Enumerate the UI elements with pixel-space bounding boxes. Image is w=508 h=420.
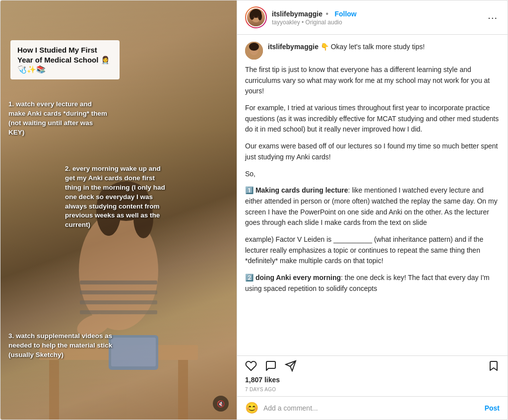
svg-point-17: [250, 11, 254, 20]
follow-button[interactable]: Follow: [334, 10, 356, 18]
comment-area: 😊 Post: [237, 396, 508, 420]
post-sidebar: itslifebymaggie • Follow tayyoakley • Or…: [237, 0, 508, 420]
heart-icon: [245, 360, 257, 372]
post-header: itslifebymaggie • Follow tayyoakley • Or…: [237, 0, 508, 35]
caption-intro-text: 👇 Okay let's talk more study tips!: [320, 43, 425, 51]
emoji-button[interactable]: 😊: [245, 402, 258, 415]
save-button[interactable]: [488, 360, 500, 372]
bookmark-icon: [488, 360, 500, 372]
svg-rect-2: [178, 360, 188, 420]
caption-avatar: [245, 42, 263, 60]
header-info: itslifebymaggie • Follow tayyoakley • Or…: [272, 9, 481, 26]
avatar-ring: [245, 6, 267, 28]
svg-point-23: [249, 43, 259, 51]
caption-paragraph: Our exams were based off of our lectures…: [245, 141, 500, 162]
post-comment-button[interactable]: Post: [485, 404, 500, 412]
caption-paragraph: The first tip is just to know that every…: [245, 65, 500, 97]
post-content: How I Studied My First Year of Medical S…: [0, 0, 508, 420]
svg-rect-5: [80, 290, 157, 294]
caption-paragraph: 2️⃣ doing Anki every morning: the one de…: [245, 273, 500, 294]
overlay-text-3: 3. watch supplemental videos as needed t…: [8, 332, 113, 360]
header-username[interactable]: itslifebymaggie: [272, 10, 322, 18]
instagram-post: How I Studied My First Year of Medical S…: [0, 0, 508, 420]
caption-paragraph: example) Factor V Leiden is __________ (…: [245, 234, 500, 267]
svg-rect-1: [49, 360, 59, 420]
post-caption: itslifebymaggie 👇 Okay let's talk more s…: [237, 35, 508, 355]
avatar-image: [247, 8, 265, 26]
subtitle-sep: •: [302, 19, 304, 26]
caption-paragraph: For example, I tried at various times th…: [245, 103, 500, 135]
share-button[interactable]: [285, 360, 297, 372]
comment-icon: [265, 360, 277, 372]
likes-count: 1,807 likes: [237, 374, 508, 386]
share-icon: [285, 360, 297, 372]
comment-input[interactable]: [263, 404, 480, 412]
overlay-text-2: 2. every morning wake up and get my Anki…: [65, 164, 169, 230]
mute-icon: 🔇: [217, 400, 225, 408]
caption-username[interactable]: itslifebymaggie: [268, 43, 318, 51]
mute-button[interactable]: 🔇: [213, 396, 229, 412]
svg-rect-7: [80, 310, 157, 314]
post-time: 7 days ago: [237, 386, 508, 396]
caption-text: The first tip is just to know that every…: [245, 65, 500, 294]
header-username-row: itslifebymaggie • Follow: [272, 9, 481, 18]
post-media: How I Studied My First Year of Medical S…: [0, 0, 237, 420]
header-subtitle: tayyoakley • Original audio: [272, 19, 481, 26]
svg-point-19: [253, 16, 255, 18]
overlay-text-1: 1. watch every lecture and make Anki car…: [8, 100, 108, 138]
svg-rect-14: [111, 338, 156, 366]
like-button[interactable]: [245, 360, 257, 372]
title-card: How I Studied My First Year of Medical S…: [10, 40, 120, 79]
caption-paragraph: 1️⃣ Making cards during lecture: like me…: [245, 185, 500, 228]
svg-rect-4: [80, 280, 157, 284]
caption-header: itslifebymaggie 👇 Okay let's talk more s…: [245, 42, 500, 60]
svg-rect-6: [80, 300, 157, 304]
more-options-button[interactable]: ···: [486, 10, 500, 25]
avatar-face: [247, 8, 265, 26]
caption-paragraph: So,: [245, 169, 500, 180]
post-actions: [237, 355, 508, 374]
svg-point-20: [257, 16, 259, 18]
title-card-text: How I Studied My First Year of Medical S…: [17, 46, 110, 73]
header-dot: •: [325, 9, 328, 18]
action-icons-row: [245, 360, 500, 372]
caption-body: itslifebymaggie 👇 Okay let's talk more s…: [268, 42, 425, 60]
comment-button[interactable]: [265, 360, 277, 372]
subtitle-user[interactable]: tayyoakley: [272, 19, 300, 26]
subtitle-audio[interactable]: Original audio: [306, 19, 342, 26]
